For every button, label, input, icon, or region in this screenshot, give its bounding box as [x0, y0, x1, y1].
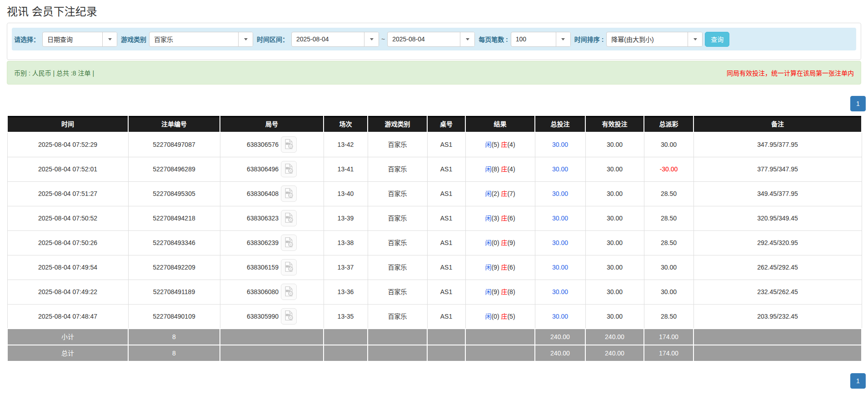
video-replay-button[interactable] [281, 235, 297, 251]
sort-select-arrow[interactable] [688, 32, 702, 46]
result-player-label: 闲 [485, 313, 491, 320]
total-bet-link[interactable]: 30.00 [552, 165, 568, 173]
game-type-select-value: 百家乐 [150, 32, 238, 46]
video-file-icon [284, 188, 294, 200]
cell-bet-id: 522708497087 [128, 132, 220, 157]
page-size-value: 100 [511, 32, 556, 46]
subtotal-empty-cell [693, 329, 862, 345]
total-bet-link[interactable]: 30.00 [552, 190, 568, 197]
game-type-label: 游戏类别 [121, 35, 146, 44]
cell-table-no: AS1 [427, 304, 465, 329]
cell-bet-id: 522708494218 [128, 206, 220, 230]
video-replay-button[interactable] [281, 161, 297, 177]
total-bet-link[interactable]: 30.00 [552, 264, 568, 271]
cell-round: 638306576 [220, 132, 324, 157]
cell-valid-bet: 30.00 [585, 280, 644, 304]
pagination-top: 1 [7, 96, 866, 111]
result-banker-score: (4) [507, 141, 515, 148]
result-player-score: (0) [491, 239, 501, 246]
video-replay-button[interactable] [281, 185, 297, 202]
date-from-select[interactable]: 2025-08-04 [291, 32, 379, 47]
choice-select-arrow[interactable] [102, 32, 117, 46]
video-replay-button[interactable] [281, 284, 297, 300]
date-range-label: 时间区间： [257, 35, 289, 44]
cell-game-type: 百家乐 [368, 280, 427, 304]
subtotal-label: 小计 [7, 329, 128, 345]
total-bet-link[interactable]: 30.00 [552, 141, 568, 148]
result-player-score: (2) [491, 190, 501, 197]
page-button-1[interactable]: 1 [850, 373, 866, 389]
result-banker-label: 庄 [501, 215, 507, 222]
cell-valid-bet: 30.00 [585, 304, 644, 329]
video-replay-button[interactable] [281, 136, 297, 153]
video-replay-button[interactable] [281, 259, 297, 275]
cell-total-bet: 30.00 [535, 132, 585, 157]
table-row: 2025-08-04 07:51:27522708495305638306408… [7, 181, 862, 206]
video-file-icon [284, 139, 294, 151]
date-to-arrow[interactable] [460, 32, 474, 46]
result-banker-score: (4) [507, 165, 515, 173]
table-header: 时间注单编号局号场次游戏类别桌号结果总投注有效投注总派彩备注 [7, 116, 862, 132]
page-button-1[interactable]: 1 [850, 96, 866, 111]
total-empty-cell [368, 345, 427, 361]
cell-table-no: AS1 [427, 181, 465, 206]
cell-game-type: 百家乐 [368, 304, 427, 329]
result-player-label: 闲 [485, 190, 491, 197]
cell-total-bet: 30.00 [535, 157, 585, 181]
cell-remark: 377.95/347.95 [693, 157, 862, 181]
subtotal-empty-cell [465, 329, 535, 345]
cell-session: 13-42 [324, 132, 368, 157]
cell-session: 13-39 [324, 206, 368, 230]
result-player-label: 闲 [485, 264, 491, 271]
sort-select[interactable]: 降幂(由大到小) [606, 32, 703, 47]
choice-select-value: 日期查询 [43, 32, 102, 46]
total-count: 8 [128, 345, 220, 361]
cell-round: 638306080 [220, 280, 324, 304]
caret-down-icon [561, 38, 565, 40]
cell-round: 638306408 [220, 181, 324, 206]
total-bet-link[interactable]: 30.00 [552, 288, 568, 295]
date-from-arrow[interactable] [364, 32, 379, 46]
total-bet-link[interactable]: 30.00 [552, 215, 568, 222]
game-type-select[interactable]: 百家乐 [149, 32, 253, 47]
sort-label: 时间排序 : [574, 35, 604, 44]
cell-game-type: 百家乐 [368, 230, 427, 255]
result-player-score: (5) [491, 141, 501, 148]
video-file-icon [284, 237, 294, 249]
video-replay-button[interactable] [281, 210, 297, 226]
result-player-score: (9) [491, 288, 501, 295]
summary-note: 同局有效投注，统一计算在该局第一张注单内 [727, 68, 854, 77]
cell-payout: 30.00 [644, 280, 693, 304]
query-button[interactable]: 查询 [705, 32, 729, 47]
video-replay-button[interactable] [281, 308, 297, 325]
cell-round: 638306496 [220, 157, 324, 181]
cell-result: 闲(5) 庄(4) [465, 132, 535, 157]
cell-session: 13-38 [324, 230, 368, 255]
page-size-arrow[interactable] [556, 32, 570, 46]
total-empty-cell [220, 345, 324, 361]
choice-select[interactable]: 日期查询 [42, 32, 117, 47]
date-separator: ~ [381, 35, 385, 43]
summary-currency-text: 币别 : 人民币 | 总共 :8 注单 | [14, 68, 94, 77]
summary-bar: 币别 : 人民币 | 总共 :8 注单 | 同局有效投注，统一计算在该局第一张注… [7, 61, 861, 85]
column-header-2: 注单编号 [128, 116, 220, 132]
game-type-select-arrow[interactable] [238, 32, 253, 46]
cell-bet-id: 522708496289 [128, 157, 220, 181]
page-size-select[interactable]: 100 [511, 32, 571, 47]
date-to-select[interactable]: 2025-08-04 [387, 32, 475, 47]
total-empty-cell [427, 345, 465, 361]
total-row: 总计8240.00240.00174.00 [7, 345, 862, 361]
cell-bet-id: 522708490109 [128, 304, 220, 329]
cell-game-type: 百家乐 [368, 206, 427, 230]
result-banker-score: (8) [507, 288, 515, 295]
cell-payout: 28.50 [644, 304, 693, 329]
total-bet-link[interactable]: 30.00 [552, 239, 568, 246]
result-player-label: 闲 [485, 239, 491, 246]
column-header-7: 结果 [465, 116, 535, 132]
total-payout: 174.00 [644, 345, 693, 361]
cell-round: 638306323 [220, 206, 324, 230]
cell-round: 638305990 [220, 304, 324, 329]
total-bet-link[interactable]: 30.00 [552, 313, 568, 320]
cell-game-type: 百家乐 [368, 157, 427, 181]
cell-remark: 349.45/377.95 [693, 181, 862, 206]
